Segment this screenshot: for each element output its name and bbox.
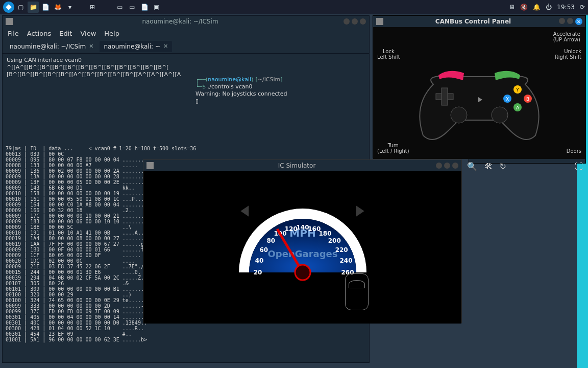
menu-file[interactable]: File [8,30,19,37]
tab-home[interactable]: naoumine@kali: ~ ✕ [100,41,172,52]
speedometer: MPH OpenGarages 204060801001201401601802… [229,191,377,283]
canbus-close-button[interactable]: ✕ [575,18,582,25]
terminal-menubar: File Actions Edit View Help [3,27,369,39]
canbus-maximize-button[interactable] [567,18,573,24]
icsim-close-button[interactable] [452,163,458,169]
svg-text:240: 240 [339,257,352,264]
warning-text: Warning: No joysticks connected [195,90,287,97]
svg-text:X: X [506,97,509,102]
taskbar-terminal-icon[interactable]: ▣ [151,2,162,13]
display-icon[interactable]: 🖥 [509,4,515,11]
svg-text:A: A [516,105,520,110]
taskbar-icon-3[interactable]: 📄 [40,2,51,13]
fullscreen-icon[interactable]: ⛶ [575,162,583,171]
window-icon [376,18,383,25]
icsim-titlebar[interactable]: IC Simulator [143,160,461,171]
prompt-path: ~/ICSim [258,76,281,83]
svg-point-11 [492,107,508,123]
canbus-titlebar[interactable]: CANBus Control Panel ✕ [373,16,585,27]
clock: 19:53 [557,4,575,11]
tab-close-icon[interactable]: ✕ [163,43,168,50]
canbus-minimize-button[interactable] [559,18,565,24]
svg-text:220: 220 [335,246,348,254]
gamepad-icon: Y B A X [403,54,556,146]
app-menu-icon[interactable] [3,2,14,13]
tab-label: naoumine@kali: ~/ICSim [10,43,86,50]
svg-text:120: 120 [284,225,297,233]
menu-view[interactable]: View [80,30,96,37]
gauge-brand: OpenGarages [267,248,337,259]
command-text: ./controls vcan0 [208,83,253,90]
svg-text:200: 200 [328,237,340,244]
tab-label: naoumine@kali: ~ [104,43,160,50]
icsim-window: IC Simulator MPH OpenGarages 20406080100… [143,159,462,323]
notification-icon[interactable]: 🔔 [533,4,541,11]
terminal-dropdown-icon[interactable]: ▾ [64,2,76,13]
label-unlock: UnlockRight Shift [555,49,581,60]
menu-help[interactable]: Help [104,30,119,37]
maximize-button[interactable] [352,18,358,25]
tab-close-icon[interactable]: ✕ [89,43,93,50]
search-icon[interactable]: 🔍 [467,162,477,171]
svg-text:40: 40 [255,257,263,264]
taskbar-window-3[interactable]: 📄 [139,2,150,13]
power-icon[interactable]: ⏻ [546,4,552,11]
window-icon [146,162,154,169]
svg-rect-1 [442,88,448,105]
files-icon[interactable]: 📁 [28,2,39,13]
controller-view: Accelerate(UP Arrow) LockLeft Shift Unlo… [373,27,585,159]
terminal-title: naoumine@kali: ~/ICSim [142,18,218,25]
label-lock: LockLeft Shift [377,49,400,60]
window-icon [6,18,13,25]
minimize-button[interactable] [344,18,350,25]
refresh-icon[interactable]: ⟳ [580,4,585,11]
icsim-minimize-button[interactable] [436,163,442,169]
icsim-title-text: IC Simulator [278,162,316,169]
canbus-window: CANBus Control Panel ✕ Accelerate(UP Arr… [373,15,586,158]
tab-icsim[interactable]: naoumine@kali: ~/ICSim ✕ [6,41,97,52]
canbus-title-text: CANBus Control Panel [435,18,511,25]
volume-icon[interactable]: 🔇 [520,4,528,11]
label-accelerate: Accelerate(UP Arrow) [553,31,580,42]
close-terminal-button[interactable] [360,18,366,25]
svg-text:140: 140 [296,224,309,231]
right-toolbar: 🔍 🛠 ↻ ⛶ [467,162,583,171]
menu-edit[interactable]: Edit [59,30,72,37]
top-panel: ▢ 📁 📄 🦊 ▾ ⊞ ▭ ▭ 📄 ▣ 🖥 🔇 🔔 ⏻ 19:53 ⟳ [0,0,588,14]
svg-text:60: 60 [259,246,268,254]
terminal-titlebar[interactable]: naoumine@kali: ~/ICSim [3,16,369,27]
svg-text:Y: Y [516,87,519,93]
tool-icon[interactable]: 🛠 [484,162,493,171]
label-doors: Doors [567,148,581,154]
icsim-maximize-button[interactable] [444,163,450,169]
reload-icon[interactable]: ↻ [500,162,506,171]
icsim-body: MPH OpenGarages 204060801001201401601802… [143,171,461,324]
svg-text:B: B [526,97,529,102]
terminal-right-pane[interactable]: ┌──(naoumine@kali)-[~/ICSim] └─$ ./contr… [191,72,365,109]
menu-actions[interactable]: Actions [27,30,52,37]
svg-point-26 [295,265,310,280]
workspace-icon[interactable]: ⊞ [87,2,98,13]
prompt-user: naoumine@kali [208,76,251,83]
svg-text:180: 180 [318,230,331,237]
svg-text:80: 80 [266,237,275,244]
terminal-tabs: naoumine@kali: ~/ICSim ✕ naoumine@kali: … [3,39,369,54]
taskbar-icon-1[interactable]: ▢ [15,2,27,13]
taskbar-window-2[interactable]: ▭ [127,2,138,13]
car-lock-icon [345,273,369,310]
svg-text:20: 20 [253,269,262,276]
svg-point-10 [451,107,467,123]
taskbar-window-1[interactable]: ▭ [114,2,126,13]
firefox-icon[interactable]: 🦊 [52,2,63,13]
